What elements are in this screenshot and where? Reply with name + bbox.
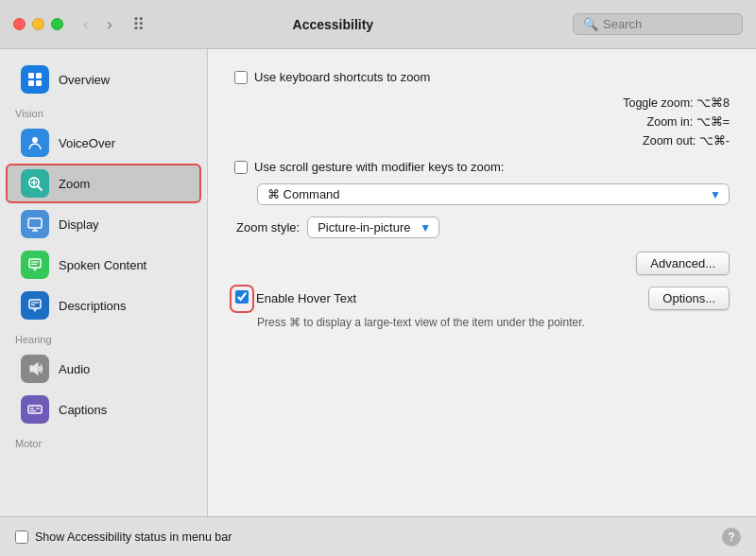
zoom-style-dropdown[interactable]: Picture-in-picture ▼ bbox=[307, 217, 439, 238]
svg-rect-12 bbox=[29, 259, 41, 268]
hover-text-checkbox[interactable] bbox=[235, 290, 249, 304]
sidebar-item-zoom-label: Zoom bbox=[59, 177, 90, 191]
hover-text-row: Enable Hover Text Options... bbox=[234, 287, 730, 310]
sidebar-item-voiceover[interactable]: VoiceOver bbox=[6, 123, 201, 163]
zoom-style-chevron-icon: ▼ bbox=[420, 221, 431, 235]
svg-rect-9 bbox=[28, 218, 42, 228]
toggle-zoom-label: Toggle zoom: bbox=[623, 96, 693, 110]
scroll-gesture-row: Use scroll gesture with modifier keys to… bbox=[234, 160, 730, 174]
minimize-button[interactable] bbox=[32, 18, 44, 30]
scroll-gesture-label[interactable]: Use scroll gesture with modifier keys to… bbox=[234, 160, 504, 174]
toggle-zoom-line: Toggle zoom: ⌥⌘8 bbox=[257, 94, 730, 113]
advanced-button[interactable]: Advanced... bbox=[636, 252, 730, 275]
zoom-in-line: Zoom in: ⌥⌘= bbox=[257, 113, 730, 131]
sidebar-section-vision: Vision bbox=[0, 100, 207, 122]
sidebar-item-audio-label: Audio bbox=[59, 362, 90, 376]
command-dropdown[interactable]: ⌘ Command ▼ bbox=[257, 183, 730, 205]
main-content: Overview Vision VoiceOver bbox=[0, 49, 756, 516]
svg-rect-1 bbox=[36, 73, 42, 78]
sidebar-item-display[interactable]: Display bbox=[6, 204, 201, 244]
sidebar-section-hearing: Hearing bbox=[0, 326, 207, 348]
zoom-out-label: Zoom out: bbox=[643, 134, 696, 148]
hover-text-checkbox-wrap bbox=[234, 289, 249, 308]
keyboard-shortcut-checkbox[interactable] bbox=[234, 71, 248, 84]
advanced-row: Advanced... bbox=[234, 252, 730, 275]
back-button[interactable]: ‹ bbox=[78, 12, 93, 37]
command-dropdown-row: ⌘ Command ▼ bbox=[257, 183, 730, 205]
sidebar-item-spoken-content-label: Spoken Content bbox=[59, 258, 146, 272]
spoken-content-icon bbox=[21, 251, 49, 279]
svg-marker-18 bbox=[30, 363, 38, 374]
sidebar-item-overview[interactable]: Overview bbox=[6, 60, 201, 99]
sidebar-item-zoom[interactable]: Zoom bbox=[6, 164, 201, 203]
sidebar-item-overview-label: Overview bbox=[59, 73, 110, 87]
descriptions-icon bbox=[21, 291, 49, 320]
search-bar[interactable]: 🔍 bbox=[573, 13, 743, 35]
zoom-style-dropdown-label: Picture-in-picture bbox=[318, 220, 410, 235]
traffic-lights bbox=[13, 18, 63, 30]
hover-text-left: Enable Hover Text bbox=[234, 289, 356, 308]
zoom-in-label: Zoom in: bbox=[647, 115, 694, 129]
audio-icon bbox=[21, 355, 49, 383]
zoom-icon bbox=[21, 169, 49, 198]
sidebar-item-captions[interactable]: Captions bbox=[6, 390, 201, 429]
voiceover-icon bbox=[21, 129, 49, 157]
bottom-left: Show Accessibility status in menu bar bbox=[15, 530, 232, 544]
help-button[interactable]: ? bbox=[722, 528, 741, 547]
svg-rect-0 bbox=[28, 73, 34, 78]
sidebar-section-motor: Motor bbox=[0, 430, 207, 452]
sidebar-item-descriptions-label: Descriptions bbox=[59, 299, 127, 313]
maximize-button[interactable] bbox=[51, 18, 63, 30]
sidebar-item-voiceover-label: VoiceOver bbox=[59, 136, 115, 150]
sidebar-item-captions-label: Captions bbox=[59, 403, 107, 417]
show-status-label: Show Accessibility status in menu bar bbox=[35, 530, 232, 544]
zoom-in-shortcut: ⌥⌘= bbox=[696, 115, 730, 129]
show-status-checkbox[interactable] bbox=[15, 530, 28, 544]
search-icon: 🔍 bbox=[583, 17, 598, 31]
sidebar-item-descriptions[interactable]: Descriptions bbox=[6, 286, 201, 325]
options-button[interactable]: Options... bbox=[648, 287, 730, 310]
hover-description: Press ⌘ to display a large-text view of … bbox=[257, 316, 730, 329]
search-input[interactable] bbox=[603, 17, 732, 31]
svg-rect-15 bbox=[29, 300, 41, 308]
zoom-style-label: Zoom style: bbox=[236, 220, 300, 235]
zoom-out-line: Zoom out: ⌥⌘- bbox=[257, 131, 730, 150]
shortcut-info: Toggle zoom: ⌥⌘8 Zoom in: ⌥⌘= Zoom out: … bbox=[257, 94, 730, 150]
toggle-zoom-shortcut: ⌥⌘8 bbox=[696, 96, 730, 110]
sidebar: Overview Vision VoiceOver bbox=[0, 49, 208, 516]
overview-icon bbox=[21, 65, 49, 94]
svg-rect-3 bbox=[36, 80, 42, 86]
command-dropdown-label: ⌘ Command bbox=[267, 187, 340, 201]
hover-text-label: Enable Hover Text bbox=[256, 291, 356, 305]
sidebar-item-display-label: Display bbox=[59, 217, 99, 232]
svg-rect-19 bbox=[28, 406, 42, 413]
scroll-gesture-text: Use scroll gesture with modifier keys to… bbox=[254, 160, 504, 174]
display-icon bbox=[21, 210, 49, 238]
scroll-gesture-checkbox[interactable] bbox=[234, 161, 248, 174]
titlebar: ‹ › ⠿ Accessibility 🔍 bbox=[0, 0, 756, 49]
svg-line-6 bbox=[38, 186, 42, 190]
sidebar-item-spoken-content[interactable]: Spoken Content bbox=[6, 245, 201, 285]
chevron-down-icon: ▼ bbox=[710, 188, 721, 201]
svg-point-4 bbox=[32, 137, 38, 143]
svg-rect-2 bbox=[28, 80, 34, 86]
content-area: Use keyboard shortcuts to zoom Toggle zo… bbox=[208, 49, 756, 516]
keyboard-shortcut-text: Use keyboard shortcuts to zoom bbox=[254, 70, 430, 84]
window-title: Accessibility bbox=[103, 17, 563, 32]
sidebar-item-audio[interactable]: Audio bbox=[6, 349, 201, 389]
keyboard-shortcut-row: Use keyboard shortcuts to zoom bbox=[234, 70, 730, 84]
captions-icon bbox=[21, 395, 49, 424]
zoom-out-shortcut: ⌥⌘- bbox=[699, 134, 730, 148]
close-button[interactable] bbox=[13, 18, 26, 30]
bottom-bar: Show Accessibility status in menu bar ? bbox=[0, 516, 756, 556]
zoom-style-row: Zoom style: Picture-in-picture ▼ bbox=[236, 217, 730, 238]
keyboard-shortcut-label[interactable]: Use keyboard shortcuts to zoom bbox=[234, 70, 430, 84]
